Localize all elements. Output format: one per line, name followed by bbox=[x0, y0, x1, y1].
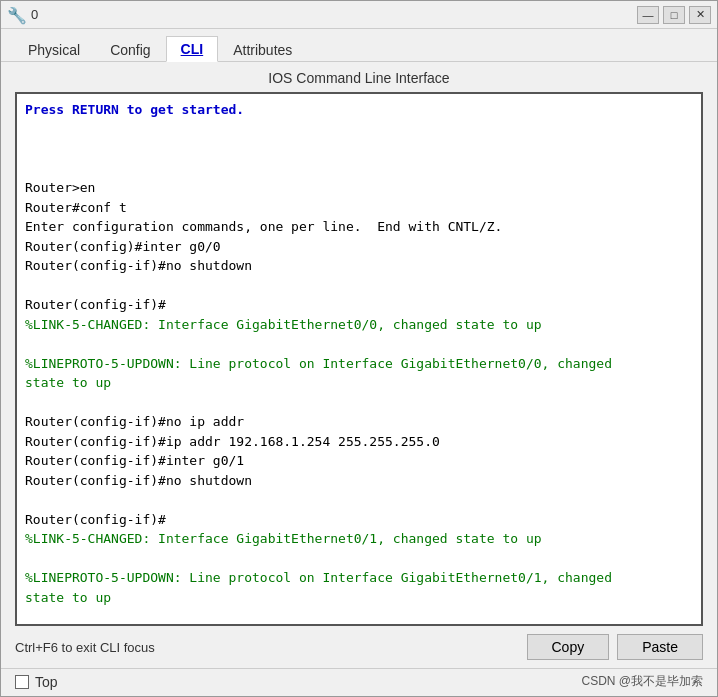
cli-terminal[interactable]: Press RETURN to get started. Router>en R… bbox=[15, 92, 703, 626]
title-bar-left: 🔧 0 bbox=[7, 6, 38, 24]
app-icon: 🔧 bbox=[7, 6, 25, 24]
footer-bar: Top CSDN @我不是毕加索 bbox=[1, 668, 717, 696]
title-bar: 🔧 0 — □ ✕ bbox=[1, 1, 717, 29]
cli-lineproto-2: %LINEPROTO-5-UPDOWN: Line protocol on In… bbox=[25, 570, 612, 605]
section-title: IOS Command Line Interface bbox=[1, 62, 717, 92]
tab-cli[interactable]: CLI bbox=[166, 36, 219, 62]
window-controls: — □ ✕ bbox=[637, 6, 711, 24]
cli-link-change-1: %LINK-5-CHANGED: Interface GigabitEthern… bbox=[25, 317, 542, 332]
tab-attributes[interactable]: Attributes bbox=[218, 37, 307, 62]
cli-output: Press RETURN to get started. Router>en R… bbox=[25, 100, 693, 626]
tab-config[interactable]: Config bbox=[95, 37, 165, 62]
cli-link-change-2: %LINK-5-CHANGED: Interface GigabitEthern… bbox=[25, 531, 542, 546]
cli-press-return: Press RETURN to get started. bbox=[25, 102, 244, 117]
title-count: 0 bbox=[31, 7, 38, 22]
ctrl-hint: Ctrl+F6 to exit CLI focus bbox=[15, 640, 155, 655]
minimize-button[interactable]: — bbox=[637, 6, 659, 24]
top-label: Top bbox=[35, 674, 58, 690]
tabs-bar: Physical Config CLI Attributes bbox=[1, 29, 717, 62]
top-checkbox[interactable] bbox=[15, 675, 29, 689]
paste-button[interactable]: Paste bbox=[617, 634, 703, 660]
action-buttons: Copy Paste bbox=[527, 634, 704, 660]
cli-lineproto-1: %LINEPROTO-5-UPDOWN: Line protocol on In… bbox=[25, 356, 612, 391]
main-window: 🔧 0 — □ ✕ Physical Config CLI Attributes… bbox=[0, 0, 718, 697]
watermark: CSDN @我不是毕加索 bbox=[581, 673, 703, 690]
tab-physical[interactable]: Physical bbox=[13, 37, 95, 62]
footer-left: Top bbox=[15, 674, 58, 690]
bottom-bar: Ctrl+F6 to exit CLI focus Copy Paste bbox=[1, 626, 717, 668]
close-button[interactable]: ✕ bbox=[689, 6, 711, 24]
maximize-button[interactable]: □ bbox=[663, 6, 685, 24]
copy-button[interactable]: Copy bbox=[527, 634, 610, 660]
